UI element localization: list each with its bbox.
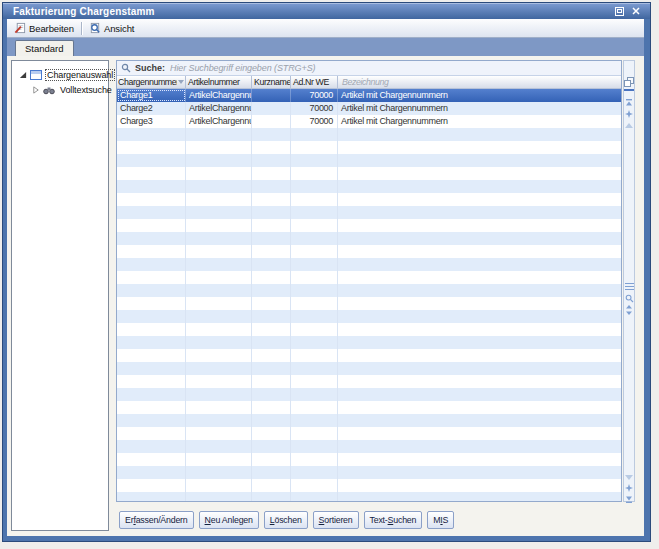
cell[interactable] — [252, 115, 291, 128]
cell — [186, 349, 252, 362]
cell[interactable]: 70000 — [291, 102, 338, 115]
cell — [117, 375, 186, 388]
cell — [338, 154, 621, 167]
cell — [252, 427, 291, 440]
table-row[interactable]: Charge3ArtikelChargennummer70000Artikel … — [117, 115, 621, 128]
search-placeholder: Hier Suchbegriff eingeben (STRG+S) — [170, 63, 315, 73]
tree-item-chargenauswahl[interactable]: Chargenauswahl — [12, 67, 108, 82]
table-row-empty — [117, 401, 621, 414]
scroll-both-icon[interactable] — [624, 301, 634, 319]
column-header-artikelnummer[interactable]: Artikelnummer — [186, 76, 252, 88]
cell[interactable]: Charge1 — [117, 89, 186, 102]
table-row-empty — [117, 206, 621, 219]
grid-search-panel[interactable]: Suche: Hier Suchbegriff eingeben (STRG+S… — [117, 61, 621, 76]
scroll-to-bottom-icon[interactable] — [624, 489, 634, 507]
prev-row-icon[interactable] — [624, 115, 634, 133]
restore-icon[interactable] — [613, 5, 626, 17]
cell — [117, 336, 186, 349]
cell — [186, 414, 252, 427]
cell — [338, 310, 621, 323]
cell — [338, 466, 621, 479]
table-row-empty — [117, 310, 621, 323]
cell — [291, 206, 338, 219]
cell[interactable] — [252, 102, 291, 115]
cell — [117, 453, 186, 466]
cell — [291, 154, 338, 167]
table-row-empty — [117, 479, 621, 492]
column-header-adnrwe[interactable]: Ad.Nr WE — [291, 76, 338, 88]
cell[interactable]: Artikel mit Chargennummern — [338, 115, 621, 128]
column-header-kurzname[interactable]: Kurzname — [252, 76, 291, 88]
bearbeiten-button[interactable]: Bearbeiten — [9, 21, 79, 35]
cell — [291, 271, 338, 284]
table-row-empty — [117, 258, 621, 271]
column-header-bezeichnung[interactable]: Bezeichnung — [338, 76, 621, 88]
table-row-empty — [117, 336, 621, 349]
cell[interactable]: 70000 — [291, 89, 338, 102]
cell — [338, 388, 621, 401]
table-row-empty — [117, 128, 621, 141]
cell — [252, 154, 291, 167]
cell — [117, 180, 186, 193]
table-row-empty — [117, 271, 621, 284]
toolbar-separator — [81, 22, 82, 35]
table-row[interactable]: Charge2ArtikelChargennummer70000Artikel … — [117, 102, 621, 115]
footer-button-bar: Erfassen/ÄndernNeu AnlegenLöschenSortier… — [119, 511, 454, 529]
close-icon[interactable] — [629, 5, 642, 17]
table-row-empty — [117, 167, 621, 180]
cell[interactable]: Charge3 — [117, 115, 186, 128]
bearbeiten-label: Bearbeiten — [29, 23, 74, 34]
cell — [252, 466, 291, 479]
cell — [291, 388, 338, 401]
footer-button-l-schen[interactable]: Löschen — [264, 511, 308, 529]
footer-button-mis[interactable]: MIS — [427, 511, 454, 529]
cell — [252, 479, 291, 492]
cell — [186, 206, 252, 219]
cell — [291, 466, 338, 479]
cell — [252, 440, 291, 453]
cell[interactable]: Artikel mit Chargennummern — [338, 102, 621, 115]
table-row-empty — [117, 154, 621, 167]
table-row-empty — [117, 362, 621, 375]
footer-button-erfassen-ndern[interactable]: Erfassen/Ändern — [119, 511, 194, 529]
footer-button-text-suchen[interactable]: Text-Suchen — [364, 511, 423, 529]
cell — [186, 375, 252, 388]
cell — [252, 414, 291, 427]
cell — [291, 323, 338, 336]
cell — [117, 297, 186, 310]
tree-item-volltextsuche[interactable]: Volltextsuche — [12, 82, 108, 97]
cell[interactable]: ArtikelChargennummer — [186, 115, 252, 128]
cell — [338, 440, 621, 453]
ansicht-label: Ansicht — [104, 23, 134, 34]
ansicht-button[interactable]: Ansicht — [84, 21, 139, 35]
cell — [117, 271, 186, 284]
cell[interactable]: 70000 — [291, 115, 338, 128]
cell — [338, 323, 621, 336]
cell — [186, 154, 252, 167]
cell — [338, 258, 621, 271]
cell[interactable]: Charge2 — [117, 102, 186, 115]
cell — [117, 128, 186, 141]
cell[interactable] — [252, 89, 291, 102]
tree-label-chargenauswahl[interactable]: Chargenauswahl — [45, 69, 115, 81]
navigation-tree: Chargenauswahl Volltextsuche — [11, 60, 109, 531]
cell — [291, 440, 338, 453]
tab-standard[interactable]: Standard — [15, 40, 74, 56]
cell[interactable]: ArtikelChargennummer — [186, 102, 252, 115]
cell — [338, 362, 621, 375]
footer-button-neu-anlegen[interactable]: Neu Anlegen — [199, 511, 259, 529]
table-row[interactable]: Charge1ArtikelChargennummer70000Artikel … — [117, 89, 621, 102]
column-header-chargennummer[interactable]: Chargennummer — [117, 76, 186, 88]
footer-button-sortieren[interactable]: Sortieren — [313, 511, 359, 529]
table-row-empty — [117, 141, 621, 154]
cell — [252, 284, 291, 297]
cell[interactable]: Artikel mit Chargennummern — [338, 89, 621, 102]
cell — [291, 180, 338, 193]
cell — [186, 128, 252, 141]
cell — [291, 492, 338, 501]
table-row-empty — [117, 193, 621, 206]
tree-label-volltextsuche[interactable]: Volltextsuche — [58, 84, 114, 96]
cell[interactable]: ArtikelChargennummer — [186, 89, 252, 102]
cell — [338, 128, 621, 141]
sort-descending-icon — [178, 80, 184, 84]
